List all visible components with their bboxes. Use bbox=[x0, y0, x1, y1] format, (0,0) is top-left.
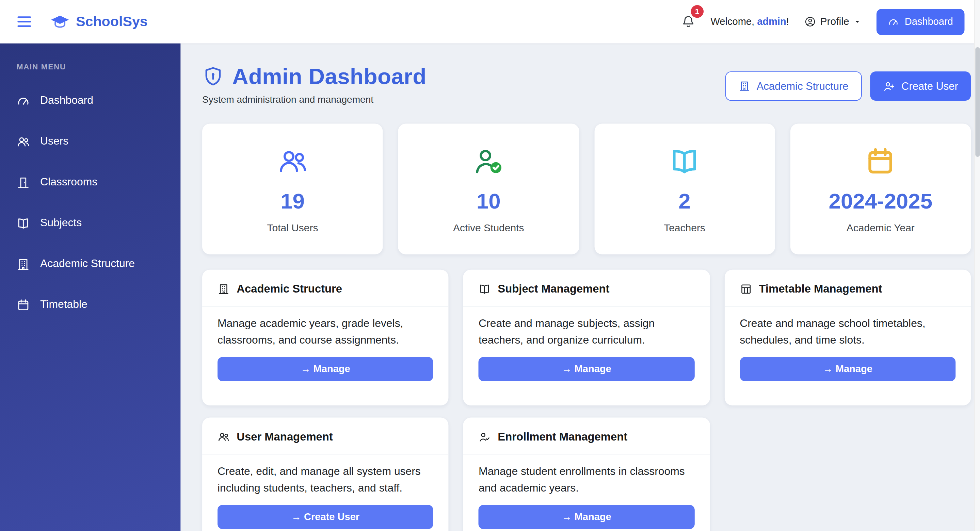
sidebar-item-academic-structure[interactable]: Academic Structure bbox=[0, 244, 180, 284]
card-description: Manage student enrollments in classrooms… bbox=[479, 463, 694, 497]
page-subtitle: System administration and management bbox=[202, 94, 426, 105]
page-title: Admin Dashboard bbox=[232, 63, 426, 89]
page-header: Admin Dashboard System administration an… bbox=[202, 63, 971, 105]
app-root: SchoolSys 1 Welcome, admin! Profile bbox=[0, 0, 980, 531]
profile-label: Profile bbox=[820, 16, 849, 27]
management-cards-grid: Academic Structure Manage academic years… bbox=[202, 270, 971, 531]
card-body: Create and manage school timetables, sch… bbox=[724, 306, 971, 381]
academic-structure-button[interactable]: Academic Structure bbox=[725, 71, 862, 101]
people-icon bbox=[276, 144, 309, 179]
manage-button[interactable]: → Manage bbox=[479, 357, 694, 381]
people-icon bbox=[17, 135, 30, 148]
title-block: Admin Dashboard System administration an… bbox=[202, 63, 426, 105]
manage-button[interactable]: → Manage bbox=[218, 357, 433, 381]
create-user-button[interactable]: → Create User bbox=[218, 505, 433, 529]
sidebar-item-timetable[interactable]: Timetable bbox=[0, 284, 180, 325]
stat-label: Teachers bbox=[664, 222, 705, 234]
notification-badge: 1 bbox=[690, 5, 703, 18]
speedometer-icon bbox=[17, 94, 30, 107]
sidebar-item-label: Dashboard bbox=[40, 94, 93, 107]
person-check-icon bbox=[472, 144, 505, 179]
scrollbar-thumb[interactable] bbox=[975, 47, 980, 157]
person-check-icon bbox=[479, 431, 491, 443]
card-header: User Management bbox=[202, 417, 449, 455]
card-description: Manage academic years, grade levels, cla… bbox=[218, 316, 433, 349]
people-icon bbox=[218, 431, 230, 443]
manage-button[interactable]: → Manage bbox=[740, 357, 956, 381]
book-open-icon bbox=[479, 283, 491, 295]
welcome-suffix: ! bbox=[786, 16, 789, 27]
stat-value: 2 bbox=[678, 189, 690, 214]
stat-value: 19 bbox=[280, 189, 305, 214]
card-title: User Management bbox=[237, 430, 333, 444]
card-body: Create, edit, and manage all system user… bbox=[202, 455, 449, 529]
mortarboard-icon bbox=[50, 13, 70, 30]
calendar-icon bbox=[17, 298, 30, 311]
calendar-icon bbox=[864, 144, 897, 179]
stat-value: 10 bbox=[477, 189, 501, 214]
sidebar-section-label: MAIN MENU bbox=[0, 63, 180, 71]
card-enrollment-management: Enrollment Management Manage student enr… bbox=[463, 417, 710, 531]
stat-label: Active Students bbox=[453, 222, 524, 234]
stat-value: 2024-2025 bbox=[829, 189, 932, 214]
hamburger-menu-button[interactable] bbox=[15, 13, 33, 30]
create-user-button[interactable]: Create User bbox=[870, 71, 971, 101]
book-open-icon bbox=[668, 144, 701, 179]
card-header: Enrollment Management bbox=[463, 417, 710, 455]
sidebar-item-label: Timetable bbox=[40, 298, 88, 311]
stat-label: Academic Year bbox=[846, 222, 915, 234]
shield-lock-icon bbox=[202, 65, 224, 88]
person-plus-icon bbox=[883, 80, 895, 92]
card-body: Create and manage subjects, assign teach… bbox=[463, 306, 710, 381]
sidebar-item-users[interactable]: Users bbox=[0, 121, 180, 162]
person-circle-icon bbox=[804, 16, 816, 27]
navbar-right: 1 Welcome, admin! Profile Dashboard bbox=[681, 8, 964, 35]
layout: MAIN MENU Dashboard Users Classrooms bbox=[0, 43, 980, 531]
speedometer-icon bbox=[888, 16, 899, 27]
sidebar-item-label: Users bbox=[40, 135, 68, 147]
stats-row: 19 Total Users 10 Active Students bbox=[202, 124, 971, 254]
card-description: Create and manage school timetables, sch… bbox=[740, 316, 956, 349]
main-content: Admin Dashboard System administration an… bbox=[180, 43, 980, 531]
stat-card-total-users: 19 Total Users bbox=[202, 124, 383, 254]
manage-button[interactable]: → Manage bbox=[479, 505, 694, 529]
header-actions: Academic Structure Create User bbox=[725, 71, 971, 101]
caret-down-icon bbox=[854, 18, 861, 25]
card-header: Timetable Management bbox=[724, 270, 971, 307]
brand-logo[interactable]: SchoolSys bbox=[50, 13, 148, 30]
sidebar-item-label: Classrooms bbox=[40, 176, 97, 189]
card-description: Create, edit, and manage all system user… bbox=[218, 463, 433, 497]
academic-structure-button-label: Academic Structure bbox=[757, 80, 849, 92]
welcome-prefix: Welcome, bbox=[710, 16, 757, 27]
door-icon bbox=[17, 176, 30, 189]
stat-label: Total Users bbox=[267, 222, 318, 234]
card-description: Create and manage subjects, assign teach… bbox=[479, 316, 694, 349]
dashboard-button-label: Dashboard bbox=[905, 16, 953, 27]
book-open-icon bbox=[17, 216, 30, 230]
top-navbar: SchoolSys 1 Welcome, admin! Profile bbox=[0, 0, 980, 43]
card-header: Academic Structure bbox=[202, 270, 449, 307]
card-timetable-management: Timetable Management Create and manage s… bbox=[724, 270, 971, 406]
building-icon bbox=[218, 283, 230, 295]
sidebar-item-classrooms[interactable]: Classrooms bbox=[0, 162, 180, 203]
scrollbar-track[interactable] bbox=[974, 0, 980, 531]
profile-dropdown[interactable]: Profile bbox=[804, 16, 861, 27]
card-title: Academic Structure bbox=[237, 282, 342, 296]
navbar-left: SchoolSys bbox=[15, 13, 148, 30]
create-user-button-label: Create User bbox=[901, 80, 958, 92]
sidebar-item-label: Academic Structure bbox=[40, 257, 135, 270]
sidebar-item-subjects[interactable]: Subjects bbox=[0, 203, 180, 244]
dashboard-button[interactable]: Dashboard bbox=[877, 8, 964, 35]
card-body: Manage academic years, grade levels, cla… bbox=[202, 306, 449, 381]
building-icon bbox=[17, 257, 30, 270]
stat-card-teachers: 2 Teachers bbox=[594, 124, 775, 254]
sidebar-item-dashboard[interactable]: Dashboard bbox=[0, 80, 180, 121]
stat-card-active-students: 10 Active Students bbox=[398, 124, 579, 254]
notifications-button[interactable]: 1 bbox=[681, 14, 695, 29]
table-grid-icon bbox=[740, 283, 752, 295]
card-subject-management: Subject Management Create and manage sub… bbox=[463, 270, 710, 406]
building-icon bbox=[739, 80, 750, 92]
card-body: Manage student enrollments in classrooms… bbox=[463, 455, 710, 529]
card-academic-structure: Academic Structure Manage academic years… bbox=[202, 270, 449, 406]
sidebar-item-label: Subjects bbox=[40, 217, 82, 229]
